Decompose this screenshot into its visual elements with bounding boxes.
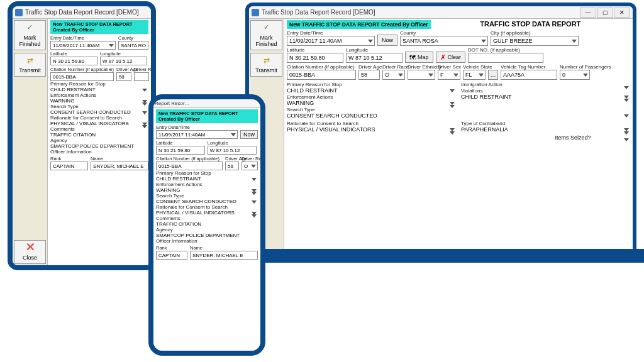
agency-field[interactable]: SMARTCOP POLICE DEPARTMENT <box>50 143 148 149</box>
comments-field[interactable]: TRAFFIC CITATION <box>156 221 258 227</box>
vehicle-state-lookup-button[interactable]: … <box>488 70 498 80</box>
primary-reason-field[interactable]: CHILD RESTRAINT <box>156 176 258 182</box>
passengers-label: Number of Passengers <box>560 64 590 70</box>
mark-finished-button[interactable]: Mark Finished <box>14 20 46 50</box>
tablet-frame: Traffic Stop Data Report Record [DEMO] M… <box>8 1 156 270</box>
longitude-field[interactable]: W 87 10 5.12 <box>346 53 402 63</box>
window-titlebar: Traffic Stop Data Report Record [DEMO] —… <box>249 6 633 19</box>
now-button[interactable]: Now <box>240 130 258 139</box>
driver-age-field[interactable]: 58 <box>358 70 380 80</box>
enforcement-field[interactable]: WARNING <box>156 187 258 193</box>
window-titlebar: Traffic Stop Data Report Record [DEMO] <box>13 6 151 19</box>
map-button[interactable]: Map <box>405 52 433 63</box>
driver-race-field[interactable]: O <box>242 162 258 170</box>
rank-field[interactable]: CAPTAIN <box>156 251 187 260</box>
citation-label: Citation Number (if applicable) <box>287 64 356 70</box>
latitude-field[interactable]: N 30 21 59.80 <box>287 53 343 63</box>
rationale-field[interactable]: PHYSICAL / VISUAL INDICATORS <box>50 121 148 126</box>
dotno-label: DOT NO. (if applicable) <box>468 47 543 53</box>
city-field[interactable]: GULF BREEZE <box>491 36 579 46</box>
entry-datetime-field[interactable]: 11/09/2017 11:40AM <box>50 41 116 50</box>
left-toolbar: Mark Finished Transmit Close <box>13 19 48 265</box>
app-body: Mark Finished Transmit Close New TRAFFIC… <box>13 19 151 265</box>
search-type-field[interactable]: CONSENT SEARCH CONDUCTED <box>50 109 148 115</box>
latitude-label: Latitude <box>287 47 343 53</box>
rationale-field[interactable]: PHYSICAL / VISUAL INDICATORS <box>156 210 258 216</box>
items-seized-label: Items Seized? <box>555 134 591 141</box>
rationale-label: Rationale for Consent to Search <box>287 121 358 126</box>
transmit-button[interactable]: Transmit <box>14 53 46 77</box>
search-type-field[interactable]: CONSENT SEARCH CONDUCTED <box>156 199 258 204</box>
mark-finished-label: Mark Finished <box>252 35 280 47</box>
map-icon <box>409 54 416 61</box>
form-pane: New TRAFFIC STOP DATA REPORT Created By … <box>48 19 151 265</box>
county-field[interactable]: SANTA RO <box>118 41 148 50</box>
app-body: Mark Finished Transmit New TRAFFIC STOP … <box>249 19 633 253</box>
minimize-button[interactable]: — <box>580 8 596 18</box>
form-pane: New TRAFFIC STOP DATA REPORT Created By … <box>284 19 633 253</box>
driver-race-field[interactable] <box>134 72 149 81</box>
tablet-screen: Traffic Stop Data Report Record [DEMO] M… <box>13 6 151 265</box>
longitude-field[interactable]: W 87 10 5.12 <box>100 57 147 65</box>
city-label: City (if applicable) <box>491 30 579 36</box>
rank-field[interactable]: CAPTAIN <box>50 162 88 170</box>
dotno-field[interactable] <box>468 53 543 63</box>
longitude-label: Longitude <box>346 47 402 53</box>
officer-name-field[interactable]: SNYDER, MICHAEL E <box>190 251 258 260</box>
entry-datetime-field[interactable]: 11/09/2017 11:40AM <box>287 36 375 46</box>
vehicle-tag-field[interactable]: AAA75A <box>501 70 557 80</box>
rationale-field[interactable]: PHYSICAL / VISUAL INDICATORS <box>287 126 456 133</box>
maximize-button[interactable]: ▢ <box>597 8 613 18</box>
laptop-frame: Traffic Stop Data Report Record [DEMO] —… <box>245 3 636 253</box>
mark-finished-button[interactable]: Mark Finished <box>250 20 282 50</box>
clear-button[interactable]: Clear <box>436 52 466 63</box>
close-button[interactable]: Close <box>14 240 46 264</box>
vehicle-state-field[interactable]: FL <box>463 70 486 80</box>
status-banner: New TRAFFIC STOP DATA REPORT Created By … <box>50 20 148 34</box>
phone-screen: Report Recor… New TRAFFIC STOP DATA REPO… <box>153 99 260 351</box>
phone-frame: Report Recor… New TRAFFIC STOP DATA REPO… <box>148 94 265 356</box>
clear-icon <box>440 53 446 62</box>
citation-field[interactable]: 0015-BBA <box>287 70 356 80</box>
officer-name-field[interactable]: SNYDER, MICHAEL E <box>91 162 148 170</box>
longitude-field[interactable]: W 87 10 5.12 <box>208 146 257 155</box>
driver-race-field[interactable]: O <box>382 70 405 80</box>
enforcement-field[interactable]: WARNING <box>50 98 148 104</box>
citation-field[interactable]: 0015-BBA <box>50 72 114 81</box>
vehicle-tag-label: Vehicle Tag Number <box>501 64 557 70</box>
driver-ethnicity-field[interactable] <box>408 70 435 80</box>
vehicle-state-label: Vehicle State <box>463 64 486 70</box>
status-banner: New TRAFFIC STOP DATA REPORT Created By … <box>156 109 258 123</box>
driver-sex-label: Driver Sex <box>438 64 460 70</box>
check-icon <box>260 23 273 33</box>
passengers-field[interactable]: 0 <box>560 70 590 80</box>
county-field[interactable]: SANTA ROSA <box>400 36 488 46</box>
entry-datetime-field[interactable]: 11/09/2017 11:40AM <box>156 130 238 139</box>
now-button[interactable]: Now <box>377 35 397 46</box>
driver-ethnicity-label: Driver Ethnicity <box>408 64 435 70</box>
entry-datetime-label: Entry Date/Time <box>287 30 375 36</box>
primary-reason-field[interactable]: CHILD RESTRAINT <box>287 87 456 94</box>
comments-field[interactable]: TRAFFIC CITATION <box>50 132 148 138</box>
transmit-label: Transmit <box>255 67 277 74</box>
driver-age-field[interactable]: 58 <box>225 162 239 170</box>
close-icon <box>24 243 36 253</box>
search-type-field[interactable]: CONSENT SEARCH CONDUCTED <box>287 112 630 119</box>
window-title: Traffic Stop Data Report Record [DEMO] <box>262 9 375 16</box>
page-title: TRAFFIC STOP DATA REPORT <box>431 20 630 28</box>
latitude-field[interactable]: N 30 21 59.80 <box>156 146 205 155</box>
violations-field[interactable]: CHILD RESTRAINT <box>461 94 630 100</box>
driver-age-field[interactable]: 58 <box>116 72 131 81</box>
contraband-field[interactable]: PARAPHERNALIA <box>461 126 630 133</box>
driver-age-label: Driver Age <box>358 64 380 70</box>
primary-reason-field[interactable]: CHILD RESTRAINT <box>50 87 148 92</box>
check-icon <box>24 23 36 33</box>
transmit-icon <box>260 56 273 66</box>
agency-field[interactable]: SMARTCOP POLICE DEPARTMENT <box>156 233 258 238</box>
driver-sex-field[interactable]: F <box>438 70 460 80</box>
latitude-field[interactable]: N 30 21 59.80 <box>50 57 97 65</box>
enforcement-field[interactable]: WARNING <box>287 100 456 106</box>
transmit-button[interactable]: Transmit <box>250 53 282 77</box>
close-window-button[interactable]: ✕ <box>614 8 630 18</box>
citation-field[interactable]: 0015-BBA <box>156 162 223 170</box>
